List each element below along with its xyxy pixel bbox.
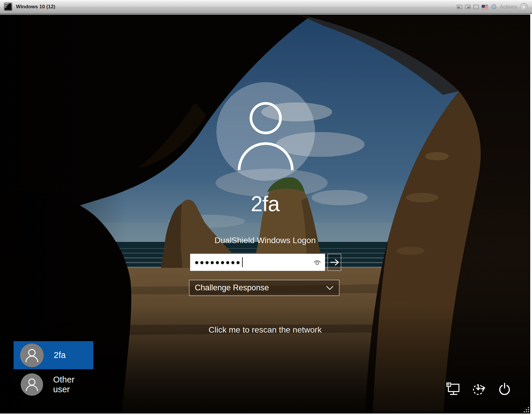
vm-window-title: Windows 10 (12) bbox=[16, 4, 55, 10]
reveal-password-eye-icon[interactable] bbox=[313, 259, 321, 266]
password-input[interactable]: ●●●●●●●●● bbox=[190, 254, 325, 271]
user-list-item-2fa[interactable]: 2fa bbox=[14, 341, 93, 369]
user-avatar bbox=[216, 82, 315, 181]
auth-method-dropdown[interactable]: Challenge Response bbox=[189, 280, 340, 296]
person-icon bbox=[216, 82, 315, 181]
titlebar-controls: ⚙ Actions ✕ bbox=[457, 0, 528, 14]
vm-console-titlebar: Windows 10 (12) ⚙ Actions ✕ bbox=[0, 0, 532, 14]
user-avatar-small bbox=[21, 373, 43, 396]
full-mode-icon[interactable] bbox=[473, 5, 479, 9]
rescan-network-link[interactable]: Click me to rescan the network bbox=[0, 325, 530, 335]
vm-screen: 2fa DualShield Windows Logon ●●●●●●●●● C… bbox=[0, 14, 530, 414]
user-avatar-small bbox=[20, 344, 44, 367]
console-window-icon bbox=[4, 2, 12, 11]
close-icon: ✕ bbox=[522, 5, 526, 9]
ease-of-access-icon bbox=[471, 381, 486, 397]
network-icon bbox=[445, 381, 461, 397]
chevron-down-icon bbox=[326, 286, 334, 290]
password-masked-value: ●●●●●●●●● bbox=[195, 259, 241, 266]
user-name-label: Other user bbox=[53, 375, 93, 394]
actions-button[interactable]: Actions bbox=[500, 4, 517, 10]
network-button[interactable] bbox=[445, 381, 461, 397]
auth-method-value: Challenge Response bbox=[195, 283, 269, 292]
resize-grip-handle[interactable] bbox=[523, 406, 530, 413]
arrow-right-icon bbox=[330, 258, 339, 266]
credential-provider-title: DualShield Windows Logon bbox=[0, 236, 530, 245]
settings-gear-icon[interactable]: ⚙ bbox=[491, 3, 497, 11]
keyboard-layout-flag-icon[interactable] bbox=[482, 5, 488, 9]
fit-mode-icon[interactable] bbox=[465, 5, 471, 9]
user-list-item-other-user[interactable]: Other user bbox=[14, 372, 93, 397]
person-icon bbox=[26, 378, 38, 391]
ease-of-access-button[interactable] bbox=[471, 381, 487, 397]
person-icon bbox=[25, 348, 38, 362]
scale-mode-icon[interactable] bbox=[457, 5, 462, 9]
close-console-button[interactable]: ✕ bbox=[520, 3, 528, 11]
signed-in-username: 2fa bbox=[0, 192, 530, 216]
text-caret bbox=[242, 257, 243, 267]
power-icon bbox=[497, 381, 512, 397]
power-button[interactable] bbox=[497, 381, 513, 397]
user-name-label: 2fa bbox=[54, 350, 66, 360]
submit-password-button[interactable] bbox=[327, 254, 341, 271]
